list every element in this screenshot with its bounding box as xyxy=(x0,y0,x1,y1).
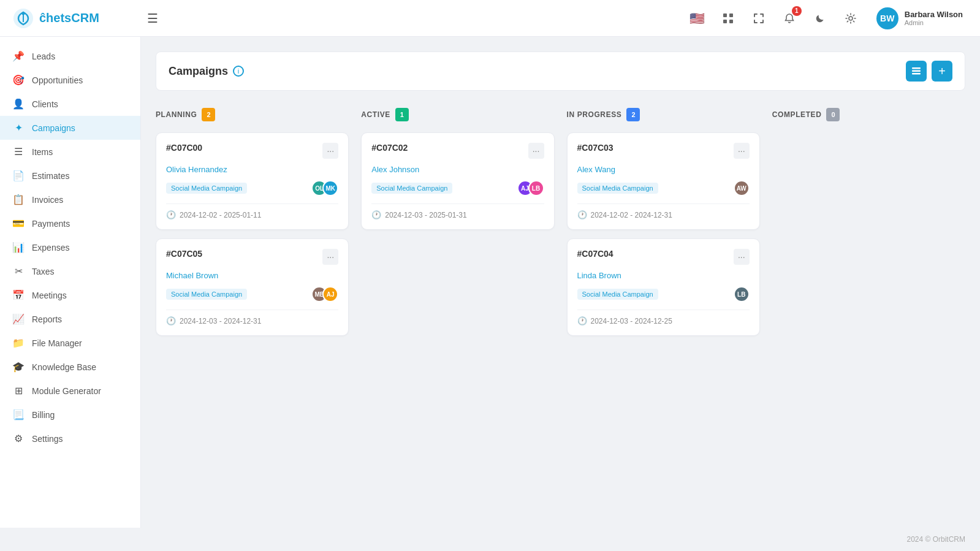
header: ĉhetsCRM ☰ 🇺🇸 1 xyxy=(0,0,980,37)
svg-point-1 xyxy=(22,12,25,15)
header-buttons: + xyxy=(906,61,952,82)
fullscreen-icon xyxy=(753,13,764,24)
header-actions: 🇺🇸 1 xyxy=(688,5,968,32)
module-generator-icon: ⊞ xyxy=(12,385,25,397)
sidebar-item-label: Estimates xyxy=(32,171,69,181)
sidebar-item-label: Knowledge Base xyxy=(32,362,96,372)
column-badge-planning: 2 xyxy=(202,108,215,121)
notifications-button[interactable]: 1 xyxy=(780,9,799,28)
svg-rect-9 xyxy=(912,70,921,72)
settings-button[interactable] xyxy=(841,9,860,28)
card-header: #C07C00 ··· xyxy=(166,143,338,159)
clock-icon: 🕐 xyxy=(166,316,176,325)
card-tags-row: Social Media Campaign OL MK xyxy=(166,180,338,196)
campaign-card-c07c03: #C07C03 ··· Alex Wang Social Media Campa… xyxy=(567,132,760,230)
clock-icon: 🕐 xyxy=(577,316,587,325)
user-profile[interactable]: BW Barbara Wilson Admin xyxy=(872,5,968,32)
sidebar-item-clients[interactable]: 👤 Clients xyxy=(0,92,140,116)
payments-icon: 💳 xyxy=(12,218,25,229)
grid-view-button[interactable] xyxy=(718,9,738,28)
sidebar-item-leads[interactable]: 📌 Leads xyxy=(0,44,140,68)
card-tag: Social Media Campaign xyxy=(577,289,658,300)
sidebar-item-module-generator[interactable]: ⊞ Module Generator xyxy=(0,379,140,403)
dark-mode-button[interactable] xyxy=(810,9,830,28)
sidebar-item-estimates[interactable]: 📄 Estimates xyxy=(0,164,140,188)
user-info: Barbara Wilson Admin xyxy=(905,10,963,26)
fullscreen-button[interactable] xyxy=(749,9,769,28)
card-id: #C07C05 xyxy=(166,249,202,259)
gear-icon xyxy=(845,13,856,24)
column-in-progress: IN PROGRESS 2 #C07C03 ··· Alex Wang Soci… xyxy=(567,105,760,344)
sidebar-item-label: Taxes xyxy=(32,267,55,276)
main-content: Campaigns i + xyxy=(141,37,980,528)
campaign-card-c07c05: #C07C05 ··· Michael Brown Social Media C… xyxy=(156,238,349,336)
info-icon[interactable]: i xyxy=(233,66,244,77)
user-role: Admin xyxy=(905,19,963,26)
card-assignee[interactable]: Michael Brown xyxy=(166,271,338,280)
sidebar-item-label: Settings xyxy=(32,434,63,444)
estimates-icon: 📄 xyxy=(12,170,25,181)
svg-rect-8 xyxy=(912,67,921,69)
sidebar-item-expenses[interactable]: 📊 Expenses xyxy=(0,235,140,259)
card-menu-button[interactable]: ··· xyxy=(322,249,338,265)
card-header: #C07C02 ··· xyxy=(371,143,544,159)
page-header: Campaigns i + xyxy=(156,51,965,91)
sidebar-item-meetings[interactable]: 📅 Meetings xyxy=(0,283,140,307)
card-menu-button[interactable]: ··· xyxy=(734,249,750,265)
sidebar-item-taxes[interactable]: ✂ Taxes xyxy=(0,259,140,283)
view-toggle-button[interactable] xyxy=(906,61,927,82)
clock-icon: 🕐 xyxy=(577,210,587,219)
campaigns-icon: ✦ xyxy=(12,122,25,134)
sidebar-item-payments[interactable]: 💳 Payments xyxy=(0,211,140,235)
svg-rect-5 xyxy=(723,20,727,23)
card-divider xyxy=(166,203,338,204)
sidebar-item-items[interactable]: ☰ Items xyxy=(0,140,140,164)
moon-icon xyxy=(815,13,826,24)
sidebar-item-label: Opportunities xyxy=(32,75,83,85)
svg-rect-10 xyxy=(912,73,921,75)
column-title-active: ACTIVE xyxy=(361,110,390,119)
card-avatars: AJ LB xyxy=(517,180,544,196)
hamburger-button[interactable]: ☰ xyxy=(147,11,158,26)
sidebar-item-billing[interactable]: 📃 Billing xyxy=(0,403,140,427)
card-tag: Social Media Campaign xyxy=(371,183,452,194)
info-symbol: i xyxy=(238,67,239,75)
card-avatar: AW xyxy=(734,180,750,196)
card-divider xyxy=(371,203,544,204)
sidebar-item-file-manager[interactable]: 📁 File Manager xyxy=(0,331,140,355)
sidebar-item-invoices[interactable]: 📋 Invoices xyxy=(0,188,140,211)
sidebar-item-reports[interactable]: 📈 Reports xyxy=(0,307,140,331)
campaign-card-c07c02: #C07C02 ··· Alex Johnson Social Media Ca… xyxy=(361,132,554,230)
clock-icon: 🕐 xyxy=(166,210,176,219)
add-campaign-button[interactable]: + xyxy=(932,61,952,82)
card-menu-button[interactable]: ··· xyxy=(734,143,750,159)
column-badge-in-progress: 2 xyxy=(626,108,640,121)
column-header-planning: PLANNING 2 xyxy=(156,105,349,124)
sidebar-item-label: Invoices xyxy=(32,195,63,205)
card-tags-row: Social Media Campaign MB AJ xyxy=(166,286,338,302)
sidebar-item-label: Reports xyxy=(32,314,62,324)
user-name: Barbara Wilson xyxy=(905,10,963,19)
card-assignee[interactable]: Linda Brown xyxy=(577,271,750,280)
column-header-in-progress: IN PROGRESS 2 xyxy=(567,105,760,124)
sidebar-item-campaigns[interactable]: ✦ Campaigns xyxy=(0,116,140,140)
card-menu-button[interactable]: ··· xyxy=(528,143,544,159)
sidebar-item-label: Meetings xyxy=(32,291,67,300)
card-header: #C07C03 ··· xyxy=(577,143,750,159)
card-tag: Social Media Campaign xyxy=(577,183,658,194)
card-assignee[interactable]: Olivia Hernandez xyxy=(166,165,338,174)
date-range: 2024-12-02 - 2025-01-11 xyxy=(180,211,261,219)
card-assignee[interactable]: Alex Wang xyxy=(577,165,750,174)
sidebar-item-label: Payments xyxy=(32,219,70,229)
column-active: ACTIVE 1 #C07C02 ··· Alex Johnson Social… xyxy=(361,105,554,238)
sidebar-item-opportunities[interactable]: 🎯 Opportunities xyxy=(0,68,140,92)
sidebar-item-knowledge-base[interactable]: 🎓 Knowledge Base xyxy=(0,355,140,379)
clock-icon: 🕐 xyxy=(371,210,381,219)
card-avatar: MK xyxy=(322,180,338,196)
sidebar-item-settings[interactable]: ⚙ Settings xyxy=(0,427,140,450)
clients-icon: 👤 xyxy=(12,98,25,110)
language-selector[interactable]: 🇺🇸 xyxy=(688,9,707,28)
card-menu-button[interactable]: ··· xyxy=(322,143,338,159)
card-assignee[interactable]: Alex Johnson xyxy=(371,165,544,174)
avatar: BW xyxy=(876,7,898,29)
